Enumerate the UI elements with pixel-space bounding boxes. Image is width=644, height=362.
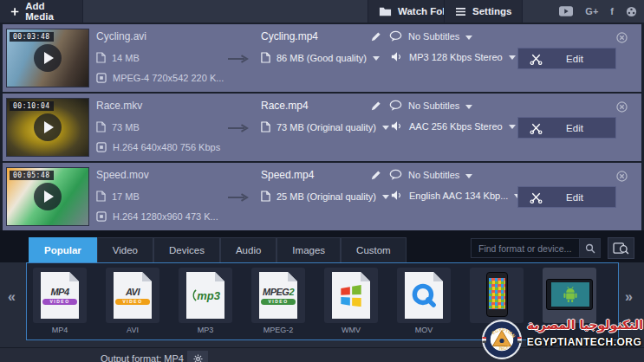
- chevron-down-icon: [382, 195, 389, 199]
- edit-button[interactable]: Edit: [517, 186, 616, 208]
- tab-devices[interactable]: Devices: [153, 237, 220, 262]
- source-size: 73 MB: [96, 121, 140, 133]
- subtitles-bubble-icon: [389, 100, 402, 112]
- format-labels: MP4 AVI MP3 MPEG-2 WMV MOV: [33, 326, 596, 334]
- settings-button[interactable]: Settings: [444, 0, 523, 23]
- mp3-logo: mp3: [179, 268, 232, 323]
- audio-track-dropdown[interactable]: AAC 256 Kbps Stereo: [391, 120, 516, 132]
- edit-label: Edit: [543, 123, 607, 133]
- edit-button[interactable]: Edit: [517, 48, 616, 69]
- scroll-left-button[interactable]: «: [8, 289, 16, 305]
- format-tile-mp3[interactable]: mp3: [179, 268, 232, 323]
- scissors-icon: [530, 53, 543, 65]
- output-filename: Cycling.mp4: [261, 30, 318, 42]
- output-quality-dropdown[interactable]: 86 MB (Good quality): [261, 52, 380, 63]
- detect-device-button[interactable]: [608, 237, 634, 259]
- search-icon: [585, 243, 595, 254]
- codec-icon: [96, 142, 107, 152]
- source-filename: Cycling.avi: [96, 30, 146, 42]
- app-window: Add Media Watch Folder Settings G+ f 00:…: [0, 0, 644, 362]
- file-icon: [96, 52, 106, 63]
- file-icon: [261, 191, 270, 202]
- format-tile-avi[interactable]: AVI VIDEO: [106, 268, 159, 323]
- output-format-label: Output format: MP4: [101, 353, 184, 362]
- codec-icon: [96, 211, 107, 222]
- social-ball-icon[interactable]: [626, 6, 637, 17]
- add-media-button[interactable]: Add Media: [0, 0, 83, 23]
- add-media-label: Add Media: [25, 1, 72, 22]
- google-plus-icon[interactable]: G+: [585, 6, 598, 16]
- rename-pencil-icon[interactable]: [370, 31, 381, 42]
- play-icon[interactable]: [34, 183, 62, 210]
- format-tile-wmv[interactable]: [324, 268, 378, 323]
- play-icon[interactable]: [34, 44, 62, 72]
- video-thumbnail[interactable]: 00:05:48: [6, 167, 89, 226]
- scissors-icon: [530, 191, 543, 204]
- remove-file-icon[interactable]: [616, 171, 628, 182]
- edit-button[interactable]: Edit: [517, 117, 616, 139]
- format-tile-mp4[interactable]: MP4 VIDEO: [33, 268, 87, 323]
- top-toolbar: Add Media Watch Folder Settings G+ f: [0, 0, 644, 23]
- source-codec: H.264 640x480 756 Kbps: [96, 142, 220, 152]
- remove-file-icon[interactable]: [616, 101, 628, 113]
- tab-popular[interactable]: Popular: [29, 237, 97, 262]
- facebook-icon[interactable]: f: [610, 6, 614, 16]
- output-quality-dropdown[interactable]: 73 MB (Original quality): [261, 121, 389, 133]
- subtitles-dropdown[interactable]: No Subtitles: [389, 169, 472, 181]
- arrow-right-icon: [228, 193, 250, 202]
- rename-pencil-icon[interactable]: [370, 170, 381, 181]
- remove-file-icon[interactable]: [616, 32, 628, 43]
- scissors-icon: [530, 122, 543, 134]
- search-button[interactable]: [580, 238, 601, 258]
- chevron-down-icon: [465, 174, 472, 178]
- format-tabs-bar: Popular Video Devices Audio Images Custo…: [0, 230, 644, 262]
- subtitles-bubble-icon: [389, 169, 402, 181]
- arrow-right-icon: [228, 124, 250, 133]
- format-tile-mov[interactable]: [397, 268, 451, 323]
- gear-icon: [193, 354, 203, 362]
- video-thumbnail[interactable]: 00:03:48: [6, 29, 89, 87]
- video-thumbnail[interactable]: 00:10:04: [6, 98, 89, 157]
- status-bar: Output format: MP4: [0, 347, 644, 362]
- file-icon: [261, 52, 270, 63]
- play-icon[interactable]: [34, 113, 62, 141]
- format-tiles: MP4 VIDEO AVI VIDEO: [33, 268, 596, 323]
- audio-track-dropdown[interactable]: English AAC 134 Kbp...: [391, 190, 521, 201]
- file-icon: [96, 121, 106, 133]
- output-filename: Race.mp4: [261, 100, 309, 112]
- search-input[interactable]: [471, 238, 580, 258]
- hamburger-icon: [455, 7, 466, 16]
- format-tile-android-tablet[interactable]: [543, 268, 596, 323]
- format-tile-iphone[interactable]: [470, 268, 524, 323]
- chevron-down-icon: [509, 55, 516, 60]
- media-row: 00:05:48 Speed.mov 17 MB H.264 1280x960 …: [3, 163, 641, 230]
- avi-logo: AVI VIDEO: [106, 268, 159, 323]
- output-quality-dropdown[interactable]: 25 MB (Original quality): [261, 191, 389, 202]
- device-search-icon: [613, 242, 629, 255]
- windows-logo-icon: [324, 268, 378, 323]
- chevron-down-icon: [465, 36, 472, 40]
- output-settings-button[interactable]: [187, 351, 208, 362]
- scroll-right-button[interactable]: »: [625, 289, 633, 305]
- tab-custom[interactable]: Custom: [341, 237, 407, 262]
- tab-images[interactable]: Images: [276, 237, 341, 262]
- output-filename: Speed.mp4: [261, 169, 314, 181]
- file-icon: [261, 121, 270, 133]
- folder-icon: [379, 6, 392, 16]
- mpeg2-logo: MPEG2 VIDEO: [251, 268, 305, 323]
- codec-icon: [96, 73, 107, 83]
- subtitles-dropdown[interactable]: No Subtitles: [389, 100, 472, 112]
- source-size: 17 MB: [96, 191, 140, 202]
- subtitles-dropdown[interactable]: No Subtitles: [389, 30, 472, 42]
- edit-label: Edit: [543, 54, 607, 64]
- media-row: 00:03:48 Cycling.avi 14 MB MPEG-4 720x54…: [3, 24, 641, 92]
- audio-track-dropdown[interactable]: MP3 128 Kbps Stereo: [391, 51, 516, 62]
- tab-video[interactable]: Video: [97, 237, 153, 262]
- edit-label: Edit: [543, 192, 607, 203]
- source-codec: MPEG-4 720x542 220 K...: [96, 73, 224, 83]
- youtube-icon[interactable]: [559, 6, 573, 16]
- chevron-down-icon: [509, 125, 516, 129]
- format-tile-mpeg2[interactable]: MPEG2 VIDEO: [251, 268, 305, 323]
- tab-audio[interactable]: Audio: [220, 237, 276, 262]
- rename-pencil-icon[interactable]: [370, 100, 381, 112]
